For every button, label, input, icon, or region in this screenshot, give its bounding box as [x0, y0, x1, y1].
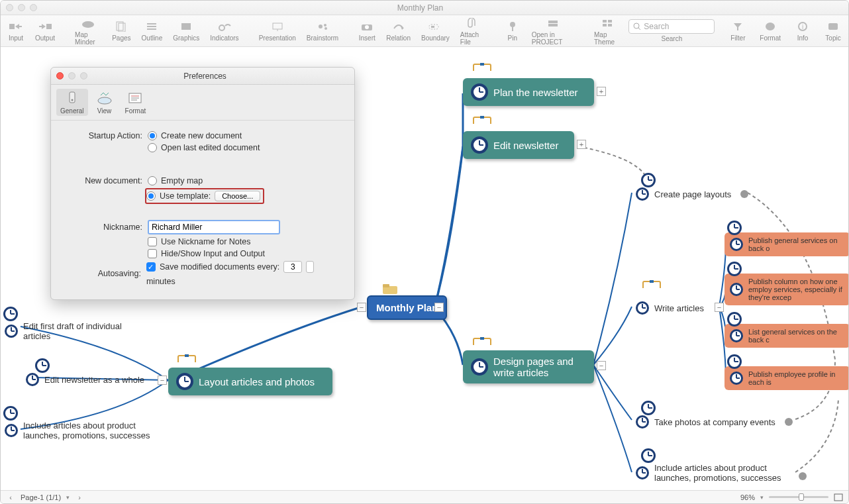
tool-topic[interactable]: Topic: [822, 20, 844, 42]
node-take-photos[interactable]: Take photos at company events: [632, 413, 804, 431]
minutes-stepper[interactable]: [306, 261, 314, 273]
tool-attach[interactable]: Attach File: [458, 17, 487, 46]
svg-point-9: [219, 25, 225, 30]
tool-format[interactable]: Format: [757, 20, 783, 42]
radio-create-doc[interactable]: [148, 131, 157, 140]
svg-point-20: [510, 22, 515, 27]
expander-minus[interactable]: −: [357, 303, 366, 312]
checkbox-use-nickname[interactable]: [148, 237, 157, 246]
minimize-dot[interactable]: [18, 4, 25, 11]
paperclip-icon: [464, 17, 481, 30]
node-publish-1[interactable]: Publish general services on back o: [724, 232, 848, 256]
topic-icon: [824, 20, 842, 33]
close-dot[interactable]: [6, 4, 13, 11]
expander-plus[interactable]: +: [597, 87, 606, 96]
label-empty-map: Empty map: [161, 176, 203, 185]
prefs-title: Preferences: [87, 72, 323, 81]
outline-icon: [143, 20, 160, 33]
tab-view[interactable]: View: [92, 89, 117, 116]
tool-indicators[interactable]: Indicators: [207, 20, 241, 42]
clock-icon: [636, 466, 649, 479]
radio-empty-map[interactable]: [148, 176, 157, 185]
expander-plus[interactable]: +: [577, 140, 586, 149]
svg-point-43: [71, 99, 73, 101]
tool-insert[interactable]: Insert: [356, 20, 378, 42]
prefs-body: Startup Action: Create new document Open…: [51, 121, 354, 299]
view-icon: [96, 90, 113, 106]
tool-pages[interactable]: Pages: [109, 20, 133, 42]
node-include-right[interactable]: Include articles about product launches,…: [632, 460, 804, 485]
clock-icon: [636, 301, 649, 315]
expander-minus[interactable]: −: [715, 303, 724, 312]
radio-open-last[interactable]: [148, 143, 157, 152]
nickname-field[interactable]: [148, 220, 280, 234]
maximize-dot[interactable]: [30, 4, 37, 11]
prev-page-button[interactable]: ‹: [6, 493, 15, 502]
tool-presentation[interactable]: Presentation: [256, 20, 299, 42]
tool-info[interactable]: iInfo: [791, 20, 814, 42]
zoom-slider[interactable]: [769, 496, 828, 498]
bracket-icon: [642, 280, 662, 289]
checkbox-hide-show[interactable]: [148, 249, 157, 258]
tool-input[interactable]: Input: [5, 20, 27, 42]
node-edit-whole[interactable]: Edit newsletter as a whole: [22, 370, 154, 389]
svg-rect-34: [828, 23, 838, 30]
folder-icon: [381, 282, 399, 295]
node-publish-2[interactable]: Publish column on how one employ service…: [724, 274, 848, 305]
tool-brainstorm[interactable]: Brainstorm: [304, 20, 341, 42]
clock-icon: [3, 406, 18, 421]
node-include-left[interactable]: Include articles about product launches,…: [1, 418, 170, 443]
label-autosave: Autosaving:: [62, 269, 141, 278]
svg-rect-0: [9, 24, 15, 29]
tool-filter[interactable]: Filter: [726, 20, 749, 42]
svg-point-13: [324, 24, 326, 26]
radio-use-template[interactable]: [146, 191, 156, 201]
tool-map-minder[interactable]: Map Minder: [72, 17, 104, 46]
expander-minus[interactable]: −: [434, 303, 444, 312]
node-edit-newsletter[interactable]: Edit newsletter: [463, 131, 574, 159]
tool-output[interactable]: Output: [32, 20, 58, 42]
tool-map-theme[interactable]: Map Theme: [591, 17, 623, 46]
expander-minus[interactable]: −: [158, 376, 167, 385]
tool-open-project[interactable]: Open in PROJECT: [529, 17, 577, 46]
choose-button[interactable]: Choose...: [215, 191, 260, 201]
node-design-pages[interactable]: Design pages and write articles: [463, 350, 594, 383]
tool-outline[interactable]: Outline: [139, 20, 166, 42]
graphics-icon: [177, 20, 195, 33]
tab-general[interactable]: General: [56, 89, 88, 116]
clock-icon: [636, 415, 649, 428]
cloud-icon: [79, 17, 97, 30]
search-input[interactable]: Search: [628, 19, 715, 34]
node-write-articles[interactable]: Write articles: [632, 299, 708, 317]
next-page-button[interactable]: ›: [75, 493, 84, 502]
svg-point-16: [365, 25, 369, 29]
fit-screen-icon[interactable]: [834, 493, 843, 501]
clock-icon: [3, 307, 18, 321]
node-edit-first[interactable]: Edit first draft of individual articles: [1, 319, 153, 344]
node-publish-3[interactable]: List general services on the back c: [724, 324, 848, 348]
label-use-template: Use template:: [160, 191, 211, 201]
tool-boundary[interactable]: Boundary: [419, 20, 452, 42]
tool-graphics[interactable]: Graphics: [170, 20, 202, 42]
node-layout-articles[interactable]: Layout articles and photos: [168, 368, 332, 395]
close-icon[interactable]: [56, 72, 64, 79]
svg-rect-26: [603, 24, 607, 26]
svg-rect-24: [603, 20, 607, 23]
node-create-layouts[interactable]: Create page layouts: [632, 185, 752, 203]
node-publish-4[interactable]: Publish employee profile in each is: [724, 366, 848, 390]
minimize-icon[interactable]: [68, 72, 75, 79]
search-icon: [633, 23, 641, 30]
status-bar: ‹ Page-1 (1/1) ▾ › 96% ▾: [1, 490, 848, 503]
end-dot-icon: [785, 418, 793, 426]
output-icon: [36, 20, 54, 33]
presentation-icon: [269, 20, 286, 33]
tab-format[interactable]: Format: [121, 89, 150, 116]
checkbox-autosave[interactable]: [146, 262, 156, 272]
tool-relation[interactable]: Relation: [383, 20, 413, 42]
expander-minus[interactable]: −: [597, 361, 606, 370]
autosave-minutes-field[interactable]: [283, 261, 302, 273]
node-plan-newsletter[interactable]: Plan the newsletter: [463, 78, 594, 106]
tool-pin[interactable]: Pin: [501, 20, 524, 42]
window-traffic-lights[interactable]: [6, 4, 37, 11]
maximize-icon[interactable]: [80, 72, 87, 79]
